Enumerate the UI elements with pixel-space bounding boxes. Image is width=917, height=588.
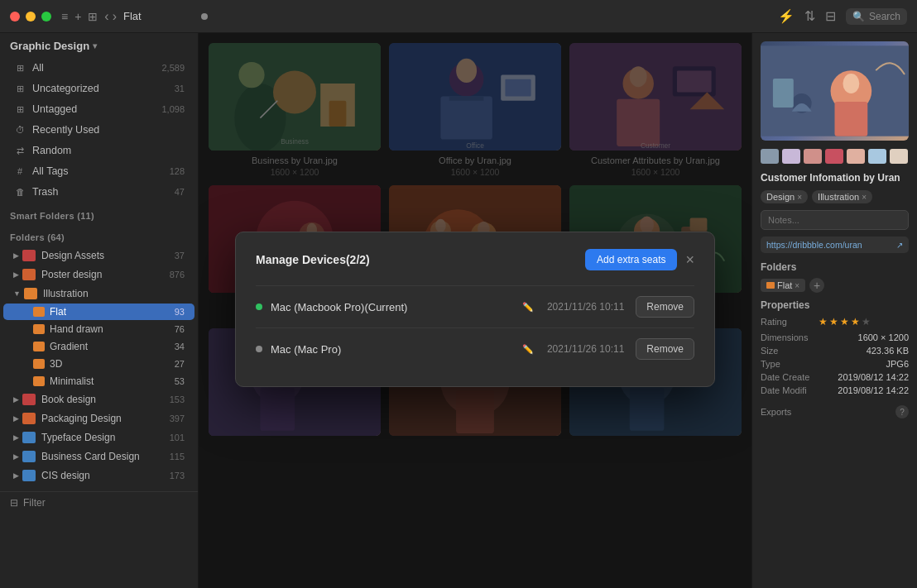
search-label: Search [869, 11, 900, 22]
manage-devices-modal: Manage Devices(2/2) Add extra seats × Ma… [235, 232, 715, 387]
subfolder-item-hand-drawn[interactable]: Hand drawn 76 [3, 321, 194, 337]
back-arrow[interactable]: ‹ [104, 9, 108, 24]
expand-arrow-icon: ▶ [13, 251, 19, 260]
color-swatch-5[interactable] [868, 149, 886, 164]
svg-point-63 [843, 74, 859, 93]
device-row-0: Mac (Macbook Pro)(Current) ✏️ 2021/11/26… [256, 285, 694, 327]
sidebar-item-trash[interactable]: 🗑 Trash 47 [3, 182, 194, 202]
device-time-0: 2021/11/26 10:11 [547, 301, 624, 313]
color-swatch-3[interactable] [825, 149, 843, 164]
nav-arrows: ‹ › [104, 9, 117, 24]
minimize-button[interactable] [26, 12, 36, 22]
view-controls: ≡ + ⊞ [61, 10, 98, 23]
folder-item-cis-design[interactable]: ▶ CIS design 173 [3, 466, 194, 485]
property-row-type: Type JPG6 [761, 357, 909, 370]
subfolder-item-flat[interactable]: Flat 93 [3, 304, 194, 320]
folder-item-illustration[interactable]: ▼ Illustration [3, 284, 194, 303]
tag-illustration: Illustration × [812, 190, 872, 203]
remove-device-0-button[interactable]: Remove [636, 296, 694, 318]
folder-item-business-card-design[interactable]: ▶ Business Card Design 115 [3, 447, 194, 466]
folder-tag-row: Flat × + [761, 278, 909, 293]
subfolder-item-minimalist[interactable]: Minimalist 53 [3, 373, 194, 390]
zoom-handle[interactable] [201, 13, 208, 20]
grid-icon: ⊞ [13, 82, 26, 95]
grid-icon: ⊞ [13, 61, 26, 74]
asset-title: Customer Infomation by Uran [761, 172, 909, 184]
remove-folder-tag[interactable]: × [795, 281, 799, 290]
filter-icon[interactable]: ⊟ [825, 8, 836, 24]
properties-section-title: Properties [761, 299, 909, 311]
subfolder-item-3d[interactable]: 3D 27 [3, 356, 194, 372]
device-name-1: Mac (Mac Pro) [271, 343, 522, 356]
shuffle-icon: ⇄ [13, 144, 26, 157]
expand-arrow-icon: ▶ [13, 452, 19, 461]
remove-tag-illustration[interactable]: × [862, 193, 867, 202]
device-edit-icon-1[interactable]: ✏️ [522, 344, 534, 355]
subfolder-item-gradient[interactable]: Gradient 34 [3, 338, 194, 355]
folder-color-icon [22, 451, 36, 462]
device-edit-icon-0[interactable]: ✏️ [522, 302, 534, 313]
sidebar-item-untagged[interactable]: ⊞ Untagged 1,098 [3, 99, 194, 119]
folder-color-icon [22, 394, 36, 405]
content-area: Business Business by Uran.jpg 1600 × 120… [199, 33, 751, 588]
properties-table: Dimensions 1600 × 1200 Size 423.36 KB Ty… [761, 331, 909, 397]
folder-color-icon [22, 432, 36, 443]
color-swatch-1[interactable] [782, 149, 800, 164]
folders-header: Folders (64) [0, 224, 198, 246]
color-swatch-4[interactable] [847, 149, 865, 164]
expand-arrow-icon: ▶ [13, 395, 19, 404]
property-row-dimensions: Dimensions 1600 × 1200 [761, 331, 909, 344]
folder-item-packaging-design[interactable]: ▶ Packaging Design 397 [3, 409, 194, 428]
titlebar-right-controls: ⚡ ⇅ ⊟ 🔍 Search [778, 8, 907, 25]
sidebar-app-title: Graphic Design ▾ [0, 33, 198, 57]
filter-bar[interactable]: ⊟ Filter [0, 491, 198, 514]
maximize-button[interactable] [41, 12, 51, 22]
device-name-0: Mac (Macbook Pro)(Current) [271, 301, 522, 313]
add-extra-seats-button[interactable]: Add extra seats [585, 249, 677, 270]
folder-item-typeface-design[interactable]: ▶ Typeface Design 101 [3, 428, 194, 447]
traffic-lights [10, 12, 51, 22]
sort-icon[interactable]: ≡ [61, 10, 68, 23]
property-value-size: 423.36 KB [821, 344, 909, 357]
modal-header: Manage Devices(2/2) Add extra seats × [256, 249, 694, 270]
exports-label: Exports [761, 407, 791, 417]
remove-tag-design[interactable]: × [797, 193, 802, 202]
folder-color-icon [22, 250, 36, 261]
folder-item-book-design[interactable]: ▶ Book design 153 [3, 390, 194, 409]
sidebar-item-all-tags[interactable]: # All Tags 128 [3, 161, 194, 181]
panel-icon[interactable]: ⊞ [88, 10, 98, 23]
add-icon[interactable]: + [74, 10, 81, 23]
filter-icon: ⊟ [10, 497, 18, 509]
help-icon[interactable]: ? [895, 405, 909, 418]
sidebar-item-random[interactable]: ⇄ Random [3, 141, 194, 160]
sort-order-icon[interactable]: ⇅ [804, 8, 815, 24]
remove-device-1-button[interactable]: Remove [636, 338, 694, 360]
property-value-dimensions: 1600 × 1200 [821, 331, 909, 344]
folder-item-design-assets[interactable]: ▶ Design Assets 37 [3, 246, 194, 265]
flash-icon[interactable]: ⚡ [778, 8, 795, 24]
tag-icon: # [13, 165, 26, 178]
link-text: https://dribbble.com/uran [766, 240, 893, 250]
external-link-icon[interactable]: ↗ [896, 241, 903, 250]
property-value-date-create: 2019/08/12 14:22 [821, 370, 909, 384]
close-button[interactable] [10, 12, 20, 22]
forward-arrow[interactable]: › [113, 9, 117, 24]
star-3: ★ [840, 316, 849, 327]
color-swatch-6[interactable] [890, 149, 908, 164]
current-folder-name: Flat [123, 10, 142, 22]
folders-section-title: Folders [761, 261, 909, 273]
sidebar-item-uncategorized[interactable]: ⊞ Uncategorized 31 [3, 79, 194, 98]
close-modal-button[interactable]: × [685, 252, 694, 267]
add-folder-button[interactable]: + [809, 278, 824, 293]
color-swatch-2[interactable] [804, 149, 822, 164]
right-panel: Customer Infomation by Uran Design × Ill… [751, 33, 917, 588]
tag-row: Design × Illustration × [761, 190, 909, 203]
folder-item-poster-design[interactable]: ▶ Poster design 876 [3, 265, 194, 284]
star-rating[interactable]: ★ ★ ★ ★ ★ [819, 316, 871, 327]
sidebar-item-recently-used[interactable]: ⏱ Recently Used [3, 120, 194, 140]
property-key-dimensions: Dimensions [761, 331, 821, 344]
sidebar-item-all[interactable]: ⊞ All 2,589 [3, 58, 194, 78]
color-swatch-0[interactable] [761, 149, 779, 164]
notes-input[interactable] [761, 210, 909, 230]
search-box[interactable]: 🔍 Search [846, 8, 907, 25]
